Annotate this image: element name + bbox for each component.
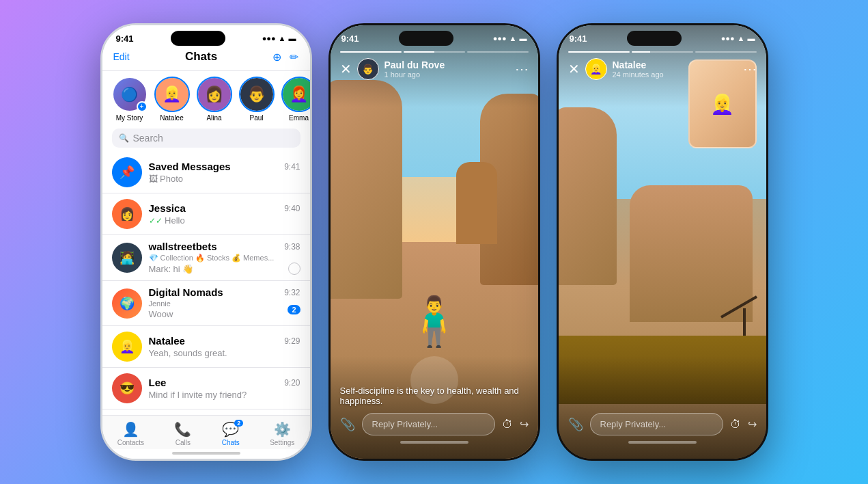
chat-avatar-jessica: 👩 — [112, 199, 142, 229]
add-contact-icon[interactable]: ⊕ — [272, 51, 281, 64]
timer-icon-2[interactable]: ⏱ — [502, 418, 513, 431]
story-footer-3: 📎 Reply Privately... ⏱ ↪ — [559, 406, 766, 459]
tab-label-contacts: Contacts — [117, 439, 144, 446]
story-time-3: 24 minutes ago — [613, 70, 664, 79]
story-footer-2: Self-discipline is the key to health, we… — [331, 379, 538, 459]
chat-name-saved: Saved Messages — [149, 161, 231, 172]
story-username-3: Natalee — [613, 59, 664, 70]
chat-item-emma[interactable]: 👩‍🦰 Emma 9:12 I hope you're enjoying you… — [102, 409, 310, 415]
chats-badge: 2 — [234, 420, 243, 427]
story-user-info-3: ✕ 👱‍♀️ Natalee 24 minutes ago — [568, 58, 664, 80]
chat-item-lee[interactable]: 😎 Lee 9:20 Mind if I invite my friend? — [102, 368, 310, 409]
story-user-row-3: ✕ 👱‍♀️ Natalee 24 minutes ago ⋯ — [568, 58, 757, 80]
story-more-icon-2[interactable]: ⋯ — [515, 61, 529, 77]
search-bar[interactable]: 🔍 Search — [112, 129, 300, 148]
story-header-3: 9:41 ●●●▲▬ ✕ 👱‍♀️ Natalee 24 — [559, 25, 766, 87]
chat-name-nomads: Digital Nomads — [149, 286, 223, 298]
share-icon-2[interactable]: ↪ — [520, 418, 529, 431]
reply-input-3[interactable]: Reply Privately... — [590, 413, 723, 435]
chat-list: 📌 Saved Messages 9:41 🖼 Photo 👩 Jessi — [102, 152, 310, 415]
muted-badge — [288, 263, 300, 275]
tab-label-chats: Chats — [222, 439, 240, 446]
status-time-2: 9:41 — [341, 33, 359, 44]
story-label-emma: Emma — [289, 114, 309, 122]
story-progress-bars-2 — [340, 51, 529, 53]
search-placeholder: Search — [133, 133, 163, 144]
phone-2: 🧍‍♂️ 9:41 ●●●▲▬ — [328, 23, 540, 461]
dynamic-island-2 — [399, 31, 453, 46]
search-icon: 🔍 — [119, 133, 129, 143]
story-progress-bars-3 — [568, 51, 757, 53]
story-alina[interactable]: 👩 Alina — [197, 77, 232, 122]
story-reply-bar-3: 📎 Reply Privately... ⏱ ↪ — [568, 413, 757, 435]
edit-button[interactable]: Edit — [113, 51, 130, 62]
story-close-3[interactable]: ✕ — [568, 61, 580, 77]
stories-row: 🔵 + My Story 👱‍♀️ Natalee 👩 Alina — [102, 71, 310, 126]
story-user-info-2: ✕ 👨 Paul du Rove 1 hour ago — [340, 58, 445, 80]
attachment-icon-2[interactable]: 📎 — [340, 417, 355, 432]
chat-item-wallstreetbets[interactable]: 🧑‍💻 wallstreetbets 9:38 💎 Collection 🔥 S… — [102, 235, 310, 281]
compose-icon[interactable]: ✏ — [290, 51, 298, 64]
tab-bar: 👤 Contacts 📞 Calls 💬 2 Chats ⚙️ Settings — [102, 415, 310, 449]
status-time-3: 9:41 — [570, 33, 587, 44]
chat-name-lee: Lee — [149, 377, 167, 388]
tab-label-settings: Settings — [270, 439, 294, 446]
chat-name-natalee: Natalee — [149, 335, 185, 347]
chat-item-digital-nomads[interactable]: 🌍 Digital Nomads 9:32 Jennie Woow 2 — [102, 281, 310, 326]
home-indicator-1 — [172, 452, 240, 455]
story-label-paul: Paul — [249, 114, 263, 122]
story-natalee[interactable]: 👱‍♀️ Natalee — [154, 77, 190, 122]
status-bar-1: 9:41 ●●● ▲ ▬ — [102, 25, 310, 49]
story-avatar-3: 👱‍♀️ — [585, 58, 607, 80]
share-icon-3[interactable]: ↪ — [748, 418, 757, 431]
tab-chats[interactable]: 💬 2 Chats — [222, 421, 240, 446]
chat-avatar-saved: 📌 — [112, 157, 142, 187]
story-label-mystory: My Story — [116, 114, 143, 122]
phone-1: 9:41 ●●● ▲ ▬ Edit Chats ⊕ ✏ — [100, 23, 312, 461]
home-indicator-2 — [400, 441, 468, 444]
tab-label-calls: Calls — [176, 439, 191, 446]
story-avatar-2: 👨 — [357, 58, 379, 80]
phone-3: 👱‍♀️ 9:41 ●●●▲▬ ✕ 👱‍♀️ — [557, 23, 768, 461]
dynamic-island-3 — [627, 31, 682, 46]
attachment-icon-3[interactable]: 📎 — [568, 417, 583, 432]
chat-header: Edit Chats ⊕ ✏ — [102, 49, 310, 71]
chat-avatar-lee: 😎 — [112, 373, 142, 403]
story-username-2: Paul du Rove — [384, 59, 445, 70]
chats-title: Chats — [185, 50, 217, 64]
story-reply-bar-2: 📎 Reply Privately... ⏱ ↪ — [340, 413, 529, 435]
chat-item-natalee[interactable]: 👱‍♀️ Natalee 9:29 Yeah, sounds great. — [102, 326, 310, 368]
story-close-2[interactable]: ✕ — [340, 61, 352, 77]
status-time-1: 9:41 — [116, 33, 134, 44]
reply-input-2[interactable]: Reply Privately... — [362, 413, 495, 435]
chat-item-saved[interactable]: 📌 Saved Messages 9:41 🖼 Photo — [102, 152, 310, 193]
tab-calls[interactable]: 📞 Calls — [174, 421, 191, 446]
tab-settings[interactable]: ⚙️ Settings — [270, 421, 294, 446]
timer-icon-3[interactable]: ⏱ — [730, 418, 741, 431]
story-person-figure: 🧍‍♂️ — [404, 293, 464, 349]
story-user-row-2: ✕ 👨 Paul du Rove 1 hour ago ⋯ — [340, 58, 529, 80]
story-time-2: 1 hour ago — [384, 70, 445, 79]
chat-name-wsb: wallstreetbets — [149, 241, 217, 252]
chat-avatar-wsb: 🧑‍💻 — [112, 243, 142, 273]
status-icons-1: ●●● ▲ ▬ — [262, 34, 296, 42]
tab-contacts[interactable]: 👤 Contacts — [117, 421, 144, 446]
story-header-2: 9:41 ●●●▲▬ ✕ 👨 Paul du Rove 1 — [331, 25, 538, 87]
unread-badge-nomads: 2 — [288, 305, 300, 314]
chat-preview-saved: 🖼 Photo — [149, 174, 184, 184]
chat-avatar-natalee: 👱‍♀️ — [112, 332, 142, 362]
story-emma[interactable]: 👩‍🦰 Emma — [281, 77, 310, 122]
chat-avatar-nomads: 🌍 — [112, 288, 142, 319]
story-label-natalee: Natalee — [160, 114, 183, 122]
home-indicator-3 — [628, 441, 697, 444]
story-more-icon-3[interactable]: ⋯ — [743, 61, 757, 77]
chat-item-jessica[interactable]: 👩 Jessica 9:40 ✓✓ Hello — [102, 193, 310, 235]
story-caption-2: Self-discipline is the key to health, we… — [340, 386, 529, 406]
chat-name-jessica: Jessica — [149, 202, 186, 214]
story-label-alina: Alina — [206, 114, 221, 122]
story-paul[interactable]: 👨 Paul — [239, 77, 275, 122]
story-my-story[interactable]: 🔵 + My Story — [112, 77, 148, 122]
